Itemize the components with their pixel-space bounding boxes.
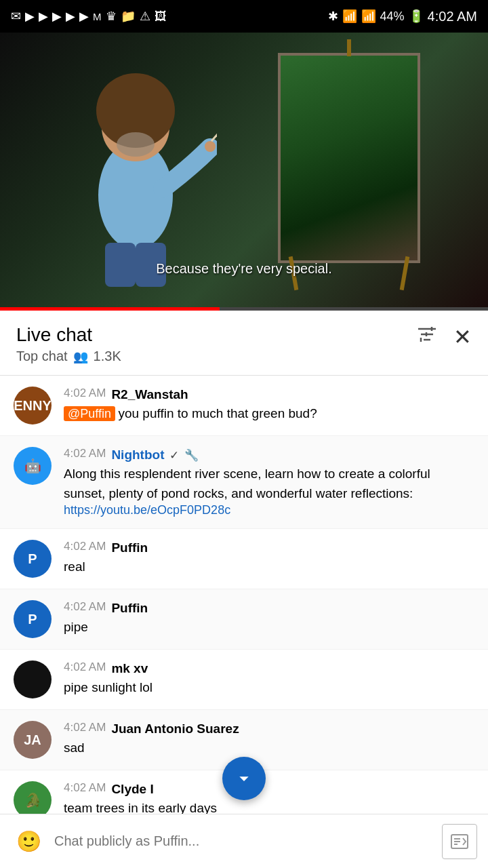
chat-username: Clyde I [111,782,153,797]
chat-timestamp: 4:02 AM [64,600,106,614]
chat-sub: Top chat 👥 1.3K [16,349,121,364]
chat-content: 4:02 AM mk xvpipe sunlight lol [64,660,474,698]
chat-username: Juan Antonio Suarez [111,722,239,736]
filter-icon[interactable] [417,326,437,349]
wifi-icon: 📶 [342,9,357,24]
chat-text: you puffin to much that green bud? [118,406,317,420]
chat-text: Along this resplendent river scene, lear… [64,467,430,500]
image-icon: 🖼 [155,9,167,24]
verified-icon: ✓ [169,448,179,462]
viewer-count: 1.3K [94,349,121,364]
send-button[interactable] [442,824,477,859]
video-player[interactable]: Because they're very special. [0,33,488,311]
youtube-icon-1: ▶ [25,9,35,24]
chat-input-bar: 🙂 [0,814,488,868]
chat-title: Live chat [16,324,121,346]
chat-username: R2_Wanstah [111,387,188,402]
chat-timestamp: 4:02 AM [64,660,106,674]
person-icon: 👥 [73,349,88,364]
chat-content: 4:02 AM Puffinreal [64,540,474,577]
notification-icon: ✉ [11,9,21,24]
chat-username: Nightbot [111,448,164,462]
avatar: P [14,540,52,578]
chat-text: pipe sunlight lol [64,680,152,694]
chat-message-body: sad [64,738,474,758]
svg-line-4 [211,127,217,141]
signal-icon: 📶 [361,9,376,24]
avatar [14,660,52,698]
chat-header: Live chat Top chat 👥 1.3K ✕ [0,311,488,376]
youtube-icon-5: ▶ [79,9,89,24]
chat-timestamp: 4:02 AM [64,721,106,734]
chat-message-body: real [64,557,474,577]
chat-timestamp: 4:02 AM [64,540,106,553]
folder-icon: 📁 [121,9,136,24]
bluetooth-icon: ✱ [328,9,338,24]
svg-point-3 [205,141,216,152]
video-subtitle: Because they're very special. [156,261,332,277]
chat-username: Puffin [111,540,148,555]
chat-content: 4:02 AM Juan Antonio Suarezsad [64,721,474,758]
status-icons-left: ✉ ▶ ▶ ▶ ▶ ▶ M ♛ 📁 ⚠ 🖼 [11,9,167,24]
chat-message-body: pipe [64,618,474,637]
painter-figure [54,60,217,290]
svg-point-7 [117,132,155,157]
chat-text: real [64,559,85,574]
chat-text: pipe [64,620,88,634]
chat-content: 4:02 AM Puffinpipe [64,600,474,637]
wrench-icon: 🔧 [184,448,199,462]
mention-tag[interactable]: @Puffin [64,406,115,421]
chat-link[interactable]: https://youtu.be/eOcpF0PD28c [64,503,230,517]
chat-message-body: Along this resplendent river scene, lear… [64,465,474,517]
avatar: P [14,600,52,638]
chat-username: mk xv [111,661,148,676]
chat-item: ENNY 4:02 AM R2_Wanstah@Puffin you puffi… [0,376,488,436]
youtube-icon-2: ▶ [39,9,48,24]
chat-timestamp: 4:02 AM [64,387,106,400]
chat-header-icons: ✕ [417,324,472,350]
chat-input[interactable] [54,833,434,849]
crown-icon: ♛ [106,9,117,24]
chat-item: 4:02 AM mk xvpipe sunlight lol [0,650,488,710]
chat-content: 4:02 AM Clyde Iteam trees in its early d… [64,781,474,818]
avatar: 🤖 [14,447,52,485]
video-progress-fill [0,307,220,311]
top-chat-label[interactable]: Top chat [16,349,68,364]
chat-item: P 4:02 AM Puffinreal [0,529,488,589]
avatar: JA [14,721,52,759]
mastodon-icon: M [93,11,102,22]
chat-username: Puffin [111,601,148,616]
warning-icon: ⚠ [140,9,150,24]
chat-text: team trees in its early days [64,801,217,815]
chat-content: 4:02 AM Nightbot ✓ 🔧Along this resplende… [64,447,474,517]
status-bar: ✉ ▶ ▶ ▶ ▶ ▶ M ♛ 📁 ⚠ 🖼 ✱ 📶 📶 44% 🔋 4:02 A… [0,0,488,33]
youtube-icon-4: ▶ [66,9,75,24]
chat-text: sad [64,741,85,755]
chat-title-block: Live chat Top chat 👥 1.3K [16,324,121,364]
battery-icon: 🔋 [409,9,424,24]
video-progress-bar[interactable] [0,307,488,311]
close-icon[interactable]: ✕ [453,324,472,350]
chat-item: 🤖 4:02 AM Nightbot ✓ 🔧Along this resplen… [0,436,488,529]
chat-timestamp: 4:02 AM [64,781,106,795]
chat-message-body: @Puffin you puffin to much that green bu… [64,404,474,424]
chat-content: 4:02 AM R2_Wanstah@Puffin you puffin to … [64,387,474,424]
battery-level: 44% [380,9,405,24]
scroll-down-fab[interactable] [222,757,266,800]
status-icons-right: ✱ 📶 📶 44% 🔋 4:02 AM [328,9,477,24]
chat-item: P 4:02 AM Puffinpipe [0,589,488,650]
emoji-button[interactable]: 🙂 [11,824,46,859]
youtube-icon-3: ▶ [52,9,62,24]
time-display: 4:02 AM [428,9,477,24]
svg-rect-5 [105,243,136,287]
chat-message-body: pipe sunlight lol [64,678,474,698]
avatar: ENNY [14,387,52,425]
chat-timestamp: 4:02 AM [64,447,106,460]
